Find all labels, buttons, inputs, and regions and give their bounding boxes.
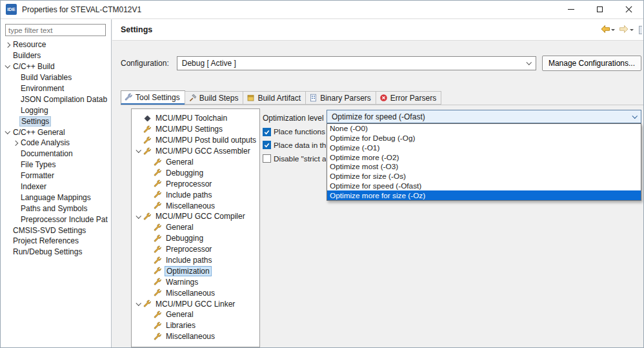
- dropdown-option-optimize-for-speed-ofast[interactable]: Optimize for speed (-Ofast): [327, 181, 641, 191]
- tab-build-artifact[interactable]: Build Artifact: [243, 91, 306, 105]
- tool-tree-item-label: Preprocessor: [165, 179, 213, 189]
- minimize-button[interactable]: [556, 1, 585, 18]
- dropdown-option-optimize-o1[interactable]: Optimize (-O1): [327, 143, 641, 153]
- tool-tree-item-miscellaneous[interactable]: Miscellaneous: [132, 331, 259, 342]
- option-checkbox-row-2[interactable]: Disable "strict ali: [263, 154, 326, 163]
- tool-tree-item-miscellaneous[interactable]: Miscellaneous: [132, 287, 259, 298]
- chevron-down-icon: [632, 113, 637, 118]
- tool-tree-item-mcu-mpu-toolchain[interactable]: MCU/MPU Toolchain: [132, 113, 259, 124]
- tab-error-parsers[interactable]: Error Parsers: [376, 91, 441, 105]
- configuration-select[interactable]: Debug [ Active ]: [177, 56, 536, 70]
- tool-tree-item-general[interactable]: General: [132, 309, 259, 320]
- back-button[interactable]: [599, 23, 616, 37]
- tool-tree-item-mcu-mpu-gcc-linker[interactable]: MCU/MPU GCC Linker: [132, 298, 259, 309]
- tool-tree-item-warnings[interactable]: Warnings: [132, 276, 259, 287]
- dropdown-option-optimize-more-for-size-oz[interactable]: Optimize more for size (-Oz): [327, 190, 641, 200]
- sidebar-item-c-c-general[interactable]: C/C++ General: [1, 127, 111, 138]
- tool-tree-item-include-paths[interactable]: Include paths: [132, 255, 259, 266]
- sidebar-item-project-references[interactable]: Project References: [1, 236, 111, 247]
- tool-tree-item-mcu-mpu-gcc-compiler[interactable]: MCU/MPU GCC Compiler: [132, 211, 259, 222]
- tool-tree-item-mcu-mpu-gcc-assembler[interactable]: MCU/MPU GCC Assembler: [132, 146, 259, 157]
- sidebar-item-code-analysis[interactable]: Code Analysis: [1, 138, 111, 148]
- checkbox-checked-icon[interactable]: [263, 128, 271, 136]
- sidebar-item-run-debug-settings[interactable]: Run/Debug Settings: [1, 247, 111, 258]
- tab-label: Build Steps: [199, 94, 239, 103]
- collapsed-arrow-icon[interactable]: [3, 43, 12, 47]
- sidebar-item-cmsis-svd-settings[interactable]: CMSIS-SVD Settings: [1, 225, 111, 236]
- collapsed-arrow-icon[interactable]: [11, 141, 19, 145]
- sidebar-item-builders[interactable]: Builders: [1, 50, 111, 61]
- sidebar-item-environment[interactable]: Environment: [1, 83, 111, 94]
- tab-build-steps[interactable]: Build Steps: [185, 91, 244, 105]
- maximize-icon: [597, 6, 603, 12]
- tool-tree-item-mcu-mpu-post-build-outputs[interactable]: MCU/MPU Post build outputs: [132, 135, 259, 146]
- optimization-level-select[interactable]: Optimize for speed (-Ofast): [327, 110, 641, 123]
- tool-tree-item-label: General: [165, 310, 195, 319]
- sidebar-item-preprocessor-include-pat[interactable]: Preprocessor Include Pat: [1, 214, 111, 225]
- sidebar-item-language-mappings[interactable]: Language Mappings: [1, 192, 111, 203]
- tool-tree-item-general[interactable]: General: [132, 157, 259, 168]
- tool-tree-item-general[interactable]: General: [132, 222, 259, 233]
- checkbox-checked-icon[interactable]: [263, 141, 271, 149]
- sidebar-item-formatter[interactable]: Formatter: [1, 170, 111, 181]
- wrench-icon: [154, 256, 163, 265]
- sidebar-item-logging[interactable]: Logging: [1, 105, 111, 116]
- sidebar-item-indexer[interactable]: Indexer: [1, 181, 111, 192]
- tool-tree-item-label: General: [165, 158, 195, 167]
- tool-tree-item-mcu-mpu-settings[interactable]: MCU/MPU Settings: [132, 124, 259, 135]
- option-checkbox-row-0[interactable]: Place functions i: [263, 127, 326, 136]
- tool-tree-item-libraries[interactable]: Libraries: [132, 320, 259, 331]
- page-title: Settings: [121, 25, 152, 34]
- expanded-arrow-icon[interactable]: [3, 65, 12, 68]
- forward-button[interactable]: [618, 23, 635, 37]
- tool-tree-item-preprocessor[interactable]: Preprocessor: [132, 244, 259, 255]
- back-icon: [600, 25, 610, 36]
- filter-input[interactable]: [5, 24, 106, 36]
- sidebar-item-settings[interactable]: Settings: [1, 116, 111, 127]
- wrench-icon: [143, 300, 152, 308]
- wrench-icon: [143, 212, 152, 221]
- manage-configurations-button[interactable]: Manage Configurations...: [542, 56, 641, 71]
- tool-tree-item-debugging[interactable]: Debugging: [132, 167, 259, 178]
- sidebar-item-c-c-build[interactable]: C/C++ Build: [1, 61, 111, 72]
- expanded-arrow-icon[interactable]: [134, 149, 143, 153]
- wrench-icon: [154, 158, 163, 167]
- expanded-arrow-icon[interactable]: [134, 215, 143, 219]
- wrench-icon: [154, 201, 163, 210]
- sidebar-item-json-compilation-datab[interactable]: JSON Compilation Datab: [1, 94, 111, 105]
- sidebar-item-build-variables[interactable]: Build Variables: [1, 72, 111, 83]
- tool-tree-item-include-paths[interactable]: Include paths: [132, 189, 259, 200]
- sidebar-item-label: Documentation: [19, 149, 74, 158]
- maximize-button[interactable]: [585, 1, 614, 18]
- tab-tool-settings[interactable]: Tool Settings: [121, 90, 185, 105]
- dropdown-option-optimize-more-o2[interactable]: Optimize more (-O2): [327, 152, 641, 162]
- dropdown-option-optimize-for-size-os[interactable]: Optimize for size (-Os): [327, 172, 641, 181]
- option-checkbox-row-1[interactable]: Place data in the: [263, 141, 326, 150]
- wrench-icon: [154, 322, 163, 330]
- view-menu-icon[interactable]: [639, 26, 642, 34]
- tool-tree-item-debugging[interactable]: Debugging: [132, 233, 259, 244]
- tool-tree-item-label: Miscellaneous: [165, 332, 216, 341]
- sidebar-item-resource[interactable]: Resource: [1, 39, 111, 50]
- tool-tree-item-label: MCU/MPU Settings: [154, 125, 224, 134]
- expanded-arrow-icon[interactable]: [134, 302, 143, 306]
- checkbox-unchecked-icon[interactable]: [263, 154, 271, 163]
- expanded-arrow-icon[interactable]: [3, 130, 12, 134]
- wrench-icon: [154, 190, 163, 199]
- dropdown-option-optimize-most-o3[interactable]: Optimize most (-O3): [327, 162, 641, 172]
- tool-tree-item-optimization[interactable]: Optimization: [132, 265, 259, 276]
- chevron-down-icon: [527, 60, 532, 65]
- sidebar-item-paths-and-symbols[interactable]: Paths and Symbols: [1, 203, 111, 214]
- close-button[interactable]: [614, 1, 643, 18]
- sidebar-item-file-types[interactable]: File Types: [1, 159, 111, 170]
- dropdown-option-optimize-for-debug-og[interactable]: Optimize for Debug (-Og): [327, 134, 641, 143]
- tab-binary-parsers[interactable]: Binary Parsers: [305, 91, 376, 105]
- tool-tree-item-miscellaneous[interactable]: Miscellaneous: [132, 200, 259, 211]
- tool-tree-item-label: Miscellaneous: [165, 201, 216, 210]
- sidebar-item-documentation[interactable]: Documentation: [1, 148, 111, 159]
- sidebar-item-label: Formatter: [19, 171, 55, 180]
- dropdown-option-none-o0[interactable]: None (-O0): [327, 124, 641, 134]
- wrench-icon: [154, 278, 163, 286]
- wrench-icon: [154, 267, 163, 275]
- tool-tree-item-preprocessor[interactable]: Preprocessor: [132, 178, 259, 189]
